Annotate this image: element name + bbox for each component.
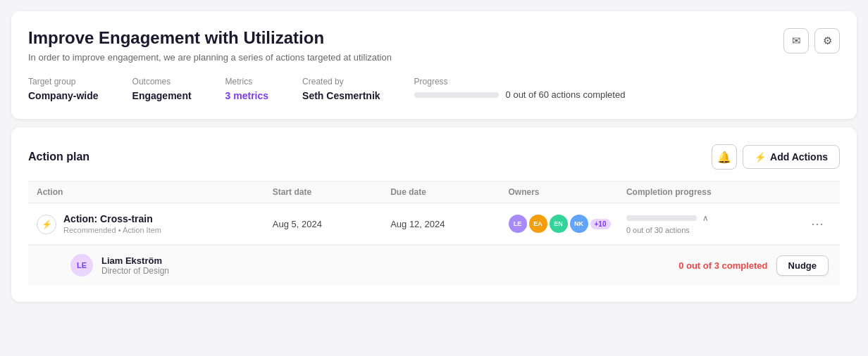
table-header: Action Start date Due date Owners Comple… <box>28 181 840 203</box>
progress-bar-bg <box>414 92 499 98</box>
col-start-date: Start date <box>273 187 390 197</box>
add-actions-button[interactable]: ⚡ Add Actions <box>743 145 840 169</box>
col-more <box>803 187 831 197</box>
action-plan-buttons: 🔔 ⚡ Add Actions <box>712 144 840 170</box>
owners-cell: LE EA EN NK +10 <box>509 215 626 233</box>
owners-plus: +10 <box>590 219 611 229</box>
top-card-content: Improve Engagement with Utilization In o… <box>28 28 392 63</box>
settings-icon: ⚙ <box>823 34 832 47</box>
nudge-button[interactable]: Nudge <box>776 255 829 276</box>
email-button[interactable]: ✉ <box>783 28 809 53</box>
table-row: ⚡ Action: Cross-train Recommended • Acti… <box>28 203 840 245</box>
col-completion: Completion progress <box>626 187 803 197</box>
progress-col: Progress 0 out of 60 actions completed <box>414 77 626 102</box>
completed-text: 0 out of 3 completed <box>678 260 767 271</box>
top-card-actions: ✉ ⚙ <box>783 28 840 53</box>
created-by-label: Created by <box>302 77 380 87</box>
action-plan-header: Action plan 🔔 ⚡ Add Actions <box>28 144 840 170</box>
chevron-up-icon[interactable]: ∧ <box>702 213 709 223</box>
more-options-button[interactable]: ⋯ <box>803 216 831 231</box>
owner-avatar-le: LE <box>509 215 527 233</box>
outcomes-value: Engagement <box>132 90 192 101</box>
settings-button[interactable]: ⚙ <box>814 28 840 53</box>
sub-avatar: LE <box>70 254 93 276</box>
progress-bar-wrap: 0 out of 60 actions completed <box>414 89 626 100</box>
target-group-label: Target group <box>28 77 99 87</box>
action-subtitle: Recommended • Action Item <box>63 226 161 234</box>
sub-person-info: Liam Ekström Director of Design <box>101 255 169 276</box>
outcomes-col: Outcomes Engagement <box>132 77 192 102</box>
col-action: Action <box>37 187 273 197</box>
action-plan-title: Action plan <box>28 151 89 163</box>
sub-row-right: 0 out of 3 completed Nudge <box>678 255 829 276</box>
metrics-col: Metrics 3 metrics <box>225 77 268 102</box>
add-actions-label: Add Actions <box>770 151 828 163</box>
outcomes-label: Outcomes <box>132 77 192 87</box>
progress-label: Progress <box>414 77 626 87</box>
action-info: Action: Cross-train Recommended • Action… <box>63 213 161 234</box>
bolt-circle-icon: ⚡ <box>37 215 56 234</box>
action-name: Action: Cross-train <box>63 213 161 224</box>
sub-person-name: Liam Ekström <box>101 255 169 266</box>
due-date: Aug 12, 2024 <box>390 219 508 229</box>
page-title: Improve Engagement with Utilization <box>28 28 392 48</box>
email-icon: ✉ <box>792 34 801 47</box>
created-by-col: Created by Seth Cesmertnik <box>302 77 380 102</box>
bell-icon: 🔔 <box>717 151 731 164</box>
completion-cell: ∧ 0 out of 30 actions <box>626 213 803 234</box>
owner-avatar-nk: NK <box>570 215 588 233</box>
bolt-icon: ⚡ <box>755 152 766 163</box>
sub-row: LE Liam Ekström Director of Design 0 out… <box>28 245 840 285</box>
progress-text: 0 out of 60 actions completed <box>506 89 626 100</box>
completion-bar-wrap: ∧ <box>626 213 803 223</box>
metrics-label: Metrics <box>225 77 268 87</box>
owner-avatar-en: EN <box>550 215 568 233</box>
start-date: Aug 5, 2024 <box>273 219 390 229</box>
created-by-value: Seth Cesmertnik <box>302 90 380 101</box>
meta-row: Target group Company-wide Outcomes Engag… <box>28 77 840 102</box>
col-owners: Owners <box>509 187 626 197</box>
page-subtitle: In order to improve engagement, we are p… <box>28 52 392 63</box>
owner-avatar-ea: EA <box>529 215 547 233</box>
target-group-value: Company-wide <box>28 90 99 101</box>
completion-sub-text: 0 out of 30 actions <box>626 226 803 234</box>
top-card: Improve Engagement with Utilization In o… <box>11 11 857 119</box>
sub-person-title: Director of Design <box>101 266 169 276</box>
bell-button[interactable]: 🔔 <box>712 144 737 170</box>
col-due-date: Due date <box>390 187 508 197</box>
target-group-col: Target group Company-wide <box>28 77 99 102</box>
metrics-link[interactable]: 3 metrics <box>225 90 268 101</box>
completion-bar-bg <box>626 215 697 221</box>
action-cell: ⚡ Action: Cross-train Recommended • Acti… <box>37 213 273 234</box>
action-plan-card: Action plan 🔔 ⚡ Add Actions Action Start… <box>11 127 857 302</box>
